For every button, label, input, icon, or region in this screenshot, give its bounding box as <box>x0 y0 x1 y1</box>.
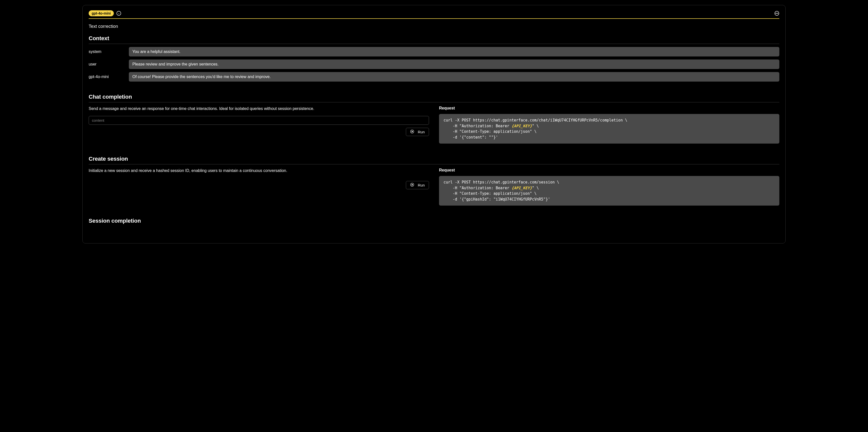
api-key-placeholder: {API_KEY} <box>512 124 532 128</box>
chat-completion-grid: Send a message and receive an response f… <box>89 106 779 143</box>
run-button-session[interactable]: Run <box>406 181 429 189</box>
chat-completion-heading: Chat completion <box>89 94 779 102</box>
content-input[interactable] <box>89 116 429 125</box>
code-line: -H "Authorization: Bearer <box>443 186 512 190</box>
context-row: system You are a helpful assistant. <box>89 47 779 57</box>
request-label: Request <box>439 106 779 110</box>
model-badge: gpt-4o-mini <box>89 10 114 16</box>
api-key-placeholder: {API_KEY} <box>512 186 532 190</box>
create-session-grid: Initialize a new session and receive a h… <box>89 168 779 206</box>
role-label-system: system <box>89 47 124 57</box>
role-label-assistant: gpt-4o-mini <box>89 72 124 81</box>
create-session-code: curl -X POST https://chat.gpinterface.co… <box>439 176 779 206</box>
code-line: -d '{"gpiHashId": "i1WqU74CIYHGfURPcVnR5… <box>443 197 550 202</box>
message-system: You are a helpful assistant. <box>129 47 779 57</box>
role-label-user: user <box>89 60 124 69</box>
chat-completion-section: Chat completion Send a message and recei… <box>89 94 779 143</box>
context-row: gpt-4o-mini Of course! Please provide th… <box>89 72 779 81</box>
header-left: gpt-4o-mini <box>89 10 121 16</box>
accent-divider <box>89 18 779 19</box>
code-line: -H "Authorization: Bearer <box>443 124 512 128</box>
svg-point-5 <box>777 13 777 13</box>
svg-marker-8 <box>412 131 413 132</box>
code-line: -H "Content-Type: application/json" \ <box>443 129 536 134</box>
message-assistant: Of course! Please provide the sentences … <box>129 72 779 81</box>
chat-completion-code: curl -X POST https://chat.gpinterface.co… <box>439 114 779 143</box>
create-session-left: Initialize a new session and receive a h… <box>89 168 429 206</box>
chat-completion-right: Request curl -X POST https://chat.gpinte… <box>439 106 779 143</box>
code-line: " \ <box>532 124 539 128</box>
run-row: Run <box>89 128 429 136</box>
run-row: Run <box>89 181 429 189</box>
svg-point-4 <box>776 13 776 13</box>
create-session-right: Request curl -X POST https://chat.gpinte… <box>439 168 779 206</box>
play-icon <box>410 130 414 134</box>
message-user: Please review and improve the given sent… <box>129 60 779 69</box>
svg-point-6 <box>778 13 778 13</box>
main-panel: gpt-4o-mini Text correction Context s <box>82 5 786 243</box>
run-label: Run <box>418 130 425 134</box>
header-row: gpt-4o-mini <box>89 10 779 16</box>
create-session-heading: Create session <box>89 156 779 164</box>
context-row: user Please review and improve the given… <box>89 60 779 69</box>
code-line: curl -X POST https://chat.gpinterface.co… <box>443 118 627 123</box>
code-line: -d '{"content": ""}' <box>443 135 498 139</box>
run-button-chat[interactable]: Run <box>406 128 429 136</box>
code-line: " \ <box>532 186 539 190</box>
chat-completion-description: Send a message and receive an response f… <box>89 106 429 111</box>
context-section: Context system You are a helpful assista… <box>89 35 779 81</box>
create-session-section: Create session Initialize a new session … <box>89 156 779 206</box>
svg-marker-10 <box>412 184 413 186</box>
context-heading: Context <box>89 35 779 44</box>
create-session-description: Initialize a new session and receive a h… <box>89 168 429 173</box>
info-icon[interactable] <box>116 11 121 16</box>
play-icon <box>410 183 414 188</box>
run-label: Run <box>418 183 425 187</box>
request-label: Request <box>439 168 779 172</box>
code-line: -H "Content-Type: application/json" \ <box>443 191 536 196</box>
more-icon[interactable] <box>774 11 779 16</box>
chat-completion-left: Send a message and receive an response f… <box>89 106 429 143</box>
session-completion-heading: Session completion <box>89 218 779 226</box>
page-title: Text correction <box>89 24 779 29</box>
session-completion-section: Session completion <box>89 218 779 226</box>
code-line: curl -X POST https://chat.gpinterface.co… <box>443 180 559 185</box>
